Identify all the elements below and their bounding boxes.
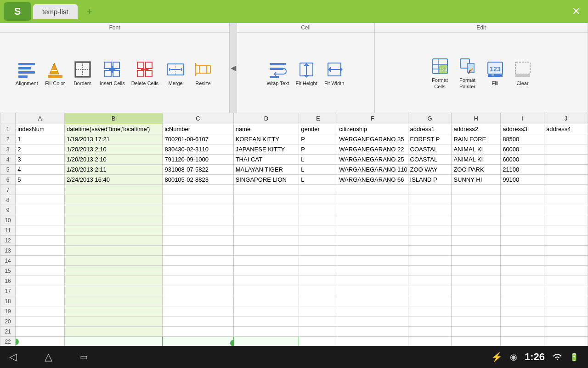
table-cell[interactable]: WARGANEGARANO 35 [337,134,408,144]
col-header-d[interactable]: D [233,113,299,124]
table-cell[interactable] [233,215,299,225]
table-cell[interactable]: COASTAL [408,155,452,165]
table-cell[interactable] [501,246,544,256]
table-cell[interactable] [452,185,501,195]
table-cell[interactable]: icNumber [163,124,233,134]
table-cell[interactable] [337,327,408,337]
table-cell[interactable] [337,296,408,306]
table-cell[interactable] [501,327,544,337]
table-cell[interactable] [233,337,299,346]
table-cell[interactable] [64,337,163,346]
table-cell[interactable] [163,266,233,276]
table-cell[interactable]: address4 [544,124,588,134]
table-cell[interactable] [233,266,299,276]
table-cell[interactable] [501,266,544,276]
table-cell[interactable] [299,327,337,337]
table-cell[interactable] [544,215,588,225]
table-cell[interactable] [163,296,233,306]
table-cell[interactable] [16,286,65,296]
table-cell[interactable] [544,246,588,256]
table-cell[interactable]: ANIMAL KI [452,144,501,155]
delete-cells-button[interactable]: Delete Cells [129,57,161,88]
table-cell[interactable] [299,316,337,327]
table-cell[interactable] [163,276,233,286]
table-cell[interactable]: P [299,144,337,155]
table-cell[interactable] [16,185,65,195]
clear-button[interactable]: Clear [509,57,536,88]
table-cell[interactable] [64,327,163,337]
table-cell[interactable] [408,337,452,346]
table-cell[interactable] [64,286,163,296]
table-cell[interactable] [337,236,408,246]
table-cell[interactable] [452,195,501,205]
table-cell[interactable] [452,225,501,236]
table-cell[interactable] [16,306,65,316]
table-cell[interactable]: ZOO PARK [452,165,501,175]
table-cell[interactable] [16,215,65,225]
table-cell[interactable]: 21100 [501,165,544,175]
table-cell[interactable]: datetime(savedTime,'localtime') [64,124,163,134]
col-header-i[interactable]: I [501,113,544,124]
table-cell[interactable]: name [233,124,299,134]
table-cell[interactable]: JAPANESE KITTY [233,144,299,155]
table-cell[interactable]: 2 [16,144,65,155]
table-cell[interactable]: 88500 [501,134,544,144]
table-cell[interactable] [16,246,65,256]
insert-cells-button[interactable]: Insert Cells [97,57,128,88]
table-cell[interactable] [337,195,408,205]
table-cell[interactable]: 1/20/2013 2:10 [64,155,163,165]
table-cell[interactable] [299,266,337,276]
table-cell[interactable]: 1/20/2013 2:10 [64,144,163,155]
table-cell[interactable] [16,225,65,236]
table-cell[interactable] [544,276,588,286]
table-cell[interactable] [501,236,544,246]
table-cell[interactable] [163,195,233,205]
table-cell[interactable] [501,185,544,195]
table-cell[interactable] [337,215,408,225]
table-cell[interactable]: address2 [452,124,501,134]
table-cell[interactable]: WARGANEGARANO 110 [337,165,408,175]
table-cell[interactable] [337,256,408,266]
table-cell[interactable] [452,296,501,306]
table-cell[interactable] [64,306,163,316]
table-cell[interactable]: 60000 [501,144,544,155]
table-cell[interactable] [233,185,299,195]
table-cell[interactable] [544,256,588,266]
table-cell[interactable] [337,306,408,316]
table-cell[interactable] [408,327,452,337]
table-cell[interactable] [337,337,408,346]
table-cell[interactable] [544,337,588,346]
col-header-b[interactable]: B [64,113,163,124]
table-cell[interactable] [408,266,452,276]
table-cell[interactable] [544,134,588,144]
new-tab-button[interactable]: + [79,3,100,21]
table-cell[interactable] [408,316,452,327]
table-cell[interactable] [64,296,163,306]
table-cell[interactable]: 931008-07-5822 [163,165,233,175]
col-header-g[interactable]: G [408,113,452,124]
table-cell[interactable] [16,236,65,246]
table-cell[interactable] [233,236,299,246]
table-cell[interactable] [408,205,452,215]
col-header-a[interactable]: A [16,113,65,124]
table-cell[interactable] [544,155,588,165]
home-button[interactable]: △ [45,351,52,363]
table-cell[interactable]: address3 [501,124,544,134]
table-cell[interactable] [452,306,501,316]
alignment-button[interactable]: Alignment [13,57,41,88]
table-cell[interactable]: 3 [16,155,65,165]
table-cell[interactable] [501,256,544,266]
table-cell[interactable] [408,246,452,256]
table-cell[interactable] [64,225,163,236]
table-cell[interactable] [452,215,501,225]
table-cell[interactable] [16,195,65,205]
table-cell[interactable] [16,266,65,276]
table-cell[interactable]: 700201-08-6107 [163,134,233,144]
table-cell[interactable] [452,327,501,337]
table-cell[interactable] [452,316,501,327]
table-cell[interactable] [64,266,163,276]
table-cell[interactable] [544,144,588,155]
table-cell[interactable] [233,246,299,256]
table-cell[interactable]: WARGANEGARANO 66 [337,175,408,185]
table-cell[interactable] [337,185,408,195]
